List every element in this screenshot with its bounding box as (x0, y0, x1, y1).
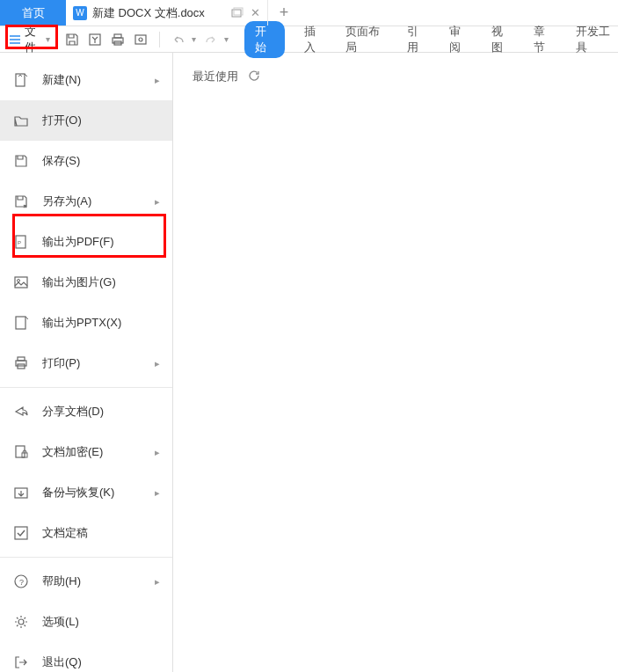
menu-item-open[interactable]: 打开(O) (0, 100, 172, 141)
export-icon[interactable] (87, 32, 103, 47)
preview-icon[interactable] (133, 32, 149, 47)
menu-label: 输出为图片(G) (42, 274, 160, 290)
save-icon (12, 152, 30, 170)
menu-item-backup[interactable]: 备份与恢复(K) ▸ (0, 472, 172, 513)
toolbar: 文件 ▾ ▾ ▾ 开始 插入 页面布局 引用 审阅 视图 章节 开发工具 (0, 26, 618, 53)
menu-item-export-pptx[interactable]: 输出为PPTX(X) (0, 303, 172, 343)
refresh-icon[interactable] (247, 69, 261, 83)
chevron-right-icon: ▸ (155, 75, 160, 86)
menu-divider (0, 557, 172, 558)
close-tab-icon[interactable]: ✕ (251, 6, 260, 19)
menu-label: 选项(L) (42, 614, 160, 630)
menu-label: 打印(P) (42, 355, 142, 371)
undo-icon[interactable] (171, 32, 186, 47)
content-area: 最近使用 (173, 53, 618, 672)
menu-item-options[interactable]: 选项(L) (0, 602, 172, 642)
menu-label: 帮助(H) (42, 573, 142, 589)
svg-text:?: ? (19, 578, 24, 587)
chevron-right-icon: ▸ (155, 447, 160, 458)
redo-dropdown-icon[interactable]: ▾ (224, 34, 229, 44)
recent-label: 最近使用 (193, 69, 238, 84)
new-file-icon (12, 71, 30, 89)
pptx-icon (12, 314, 30, 332)
svg-rect-6 (135, 35, 146, 44)
chevron-right-icon: ▸ (155, 358, 160, 369)
file-menu-label: 文件 (25, 24, 44, 55)
chevron-right-icon: ▸ (155, 576, 160, 588)
menu-label: 打开(O) (42, 113, 160, 128)
home-tab[interactable]: 首页 (0, 0, 66, 26)
menu-item-help[interactable]: ? 帮助(H) ▸ (0, 561, 172, 602)
svg-rect-8 (16, 74, 25, 86)
menu-label: 退出(Q) (42, 654, 160, 670)
exit-icon (12, 654, 30, 671)
menu-item-export-pdf[interactable]: P 输出为PDF(F) (0, 222, 172, 262)
menu-label: 新建(N) (42, 72, 142, 88)
svg-point-12 (18, 280, 20, 282)
menu-item-finalize[interactable]: 文档定稿 (0, 513, 172, 553)
menu-label: 文档加密(E) (42, 444, 142, 460)
gear-icon (12, 613, 30, 631)
tab-actions: ✕ (231, 6, 260, 19)
menu-item-print[interactable]: 打印(P) ▸ (0, 343, 172, 383)
svg-point-23 (18, 619, 24, 625)
menu-label: 保存(S) (42, 153, 160, 169)
print-icon[interactable] (110, 32, 126, 47)
save-as-icon (12, 193, 30, 210)
svg-text:P: P (18, 240, 21, 245)
redo-icon[interactable] (203, 32, 219, 47)
menu-label: 分享文档(D) (42, 404, 160, 420)
help-icon: ? (12, 573, 30, 590)
menu-label: 备份与恢复(K) (42, 485, 142, 500)
docx-file-icon: W (73, 6, 87, 20)
file-menu-button[interactable]: 文件 ▾ (2, 28, 57, 51)
document-tab-title: 新建 DOCX 文档.docx (92, 5, 226, 21)
print-icon (12, 354, 30, 372)
pdf-icon: P (12, 233, 30, 251)
menu-item-new[interactable]: 新建(N) ▸ (0, 60, 172, 100)
menu-item-export-image[interactable]: 输出为图片(G) (0, 262, 172, 303)
menu-label: 输出为PPTX(X) (42, 315, 160, 331)
separator (159, 32, 160, 47)
menu-item-save-as[interactable]: 另存为(A) ▸ (0, 181, 172, 222)
svg-rect-20 (15, 527, 27, 539)
svg-point-7 (139, 38, 142, 41)
file-menu-panel: 新建(N) ▸ 打开(O) 保存(S) 另存为(A) ▸ P 输出为PDF(F)… (0, 53, 173, 672)
hamburger-icon (9, 33, 21, 46)
image-icon (12, 274, 30, 291)
undo-dropdown-icon[interactable]: ▾ (192, 34, 196, 44)
menu-label: 另存为(A) (42, 194, 142, 209)
menu-label: 输出为PDF(F) (42, 234, 160, 250)
chevron-right-icon: ▸ (155, 196, 160, 208)
menu-item-share[interactable]: 分享文档(D) (0, 391, 172, 432)
save-icon[interactable] (64, 32, 80, 47)
menu-item-save[interactable]: 保存(S) (0, 141, 172, 181)
dropdown-icon: ▾ (46, 34, 50, 44)
lock-file-icon (12, 443, 30, 461)
svg-rect-11 (15, 277, 27, 288)
menu-item-exit[interactable]: 退出(Q) (0, 642, 172, 672)
folder-open-icon (12, 112, 30, 129)
share-icon (12, 403, 30, 420)
main-area: 新建(N) ▸ 打开(O) 保存(S) 另存为(A) ▸ P 输出为PDF(F)… (0, 53, 618, 672)
tab-window-icon[interactable] (231, 6, 244, 19)
chevron-right-icon: ▸ (155, 487, 160, 499)
svg-rect-14 (18, 357, 25, 361)
backup-icon (12, 484, 30, 501)
menu-label: 文档定稿 (42, 525, 160, 541)
menu-item-encrypt[interactable]: 文档加密(E) ▸ (0, 432, 172, 472)
quick-access-toolbar: ▾ ▾ (59, 32, 234, 47)
document-tab[interactable]: W 新建 DOCX 文档.docx ✕ (66, 0, 268, 26)
menu-divider (0, 387, 172, 388)
svg-rect-13 (16, 317, 25, 329)
check-icon (12, 524, 30, 542)
